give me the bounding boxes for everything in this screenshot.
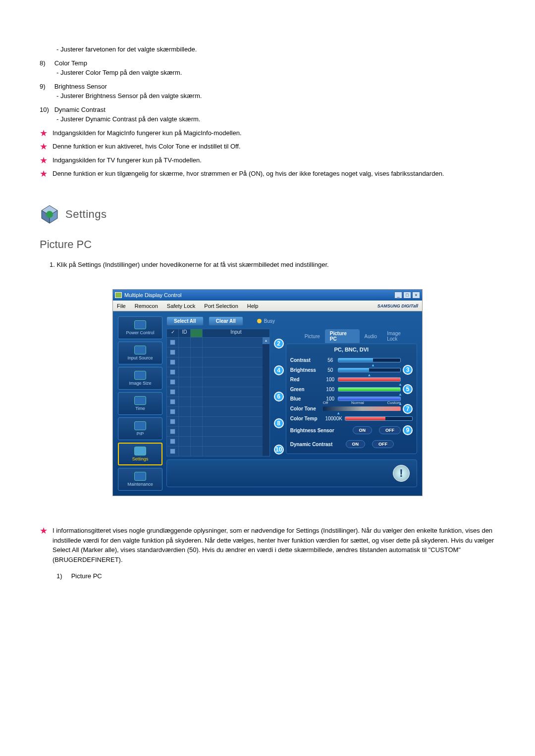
brightness-sensor-on[interactable]: ON: [353, 426, 373, 434]
row-checkbox[interactable]: [170, 399, 175, 404]
row-checkbox[interactable]: [170, 359, 175, 365]
table-row[interactable]: [167, 367, 263, 377]
section-title: Picture PC: [40, 238, 495, 251]
list-item-10: 10) Dynamic Contrast - Justerer Dynamic …: [40, 105, 495, 124]
menu-port-selection[interactable]: Port Selection: [204, 303, 238, 309]
table-row[interactable]: [167, 347, 263, 357]
dynamic-contrast-label: Dynamic Contrast: [290, 442, 339, 447]
note-1: ★Indgangskilden for MagicInfo fungerer k…: [40, 128, 495, 139]
nav-time[interactable]: Time: [118, 392, 162, 415]
tab-picture-pc[interactable]: Picture PC: [325, 329, 360, 343]
panel-title: PC, BNC, DVI: [290, 347, 413, 353]
tab-audio[interactable]: Audio: [360, 332, 382, 341]
settings-cube-icon: [40, 204, 59, 224]
bottom-note: ★ I informationsgitteret vises nogle gru…: [40, 526, 495, 564]
menu-remocon[interactable]: Remocon: [135, 303, 158, 309]
footer-bar: !: [166, 459, 417, 487]
row-checkbox[interactable]: [170, 419, 175, 424]
dynamic-contrast-on[interactable]: ON: [346, 440, 366, 448]
slider-label: Brightness: [290, 367, 323, 373]
table-row[interactable]: [167, 446, 263, 456]
select-all-button[interactable]: Select All: [166, 316, 204, 326]
brightness-sensor-off[interactable]: OFF: [379, 426, 401, 434]
row-checkbox[interactable]: [170, 429, 175, 434]
table-row[interactable]: [167, 357, 263, 367]
slider[interactable]: ▲: [338, 368, 401, 372]
color-tone-label: Color Tone: [290, 406, 323, 411]
nav-power-control[interactable]: Power Control: [118, 316, 162, 339]
list-num: 1): [56, 571, 69, 581]
left-nav: Power Control Input Source Image Size Ti…: [118, 316, 162, 491]
app-title: Multiple Display Control: [124, 292, 182, 298]
list-desc: - Justerer Dynamic Contrast på den valgt…: [56, 114, 495, 124]
list-desc: - Justerer Brightness Sensor på den valg…: [56, 91, 495, 101]
close-button[interactable]: ×: [412, 292, 420, 299]
scroll-up-icon[interactable]: ▴: [263, 337, 269, 344]
callout-8: 8: [274, 418, 284, 428]
row-checkbox[interactable]: [170, 379, 175, 385]
col-check: ✓: [167, 329, 179, 337]
brightness-sensor-label: Brightness Sensor: [290, 428, 346, 433]
row-checkbox[interactable]: [170, 340, 175, 345]
star-icon: ★: [40, 155, 48, 166]
list-desc: - Justerer Color Temp på den valgte skær…: [56, 68, 495, 78]
scrollbar[interactable]: ▴: [263, 337, 269, 456]
row-checkbox[interactable]: [170, 350, 175, 355]
table-row[interactable]: [167, 416, 263, 426]
app-icon: [115, 292, 122, 298]
table-row[interactable]: [167, 426, 263, 436]
nav-pip[interactable]: PIP: [118, 417, 162, 440]
minimize-button[interactable]: _: [394, 292, 402, 299]
color-temp-slider[interactable]: [345, 416, 413, 421]
table-row[interactable]: [167, 387, 263, 397]
clear-all-button[interactable]: Clear All: [209, 316, 243, 326]
slider[interactable]: ▲: [338, 377, 401, 382]
table-row[interactable]: [167, 397, 263, 406]
list-item-9: 9) Brightness Sensor - Justerer Brightne…: [40, 82, 495, 101]
menu-safety-lock[interactable]: Safety Lock: [167, 303, 195, 309]
table-row[interactable]: [167, 337, 263, 347]
settings-header: Settings: [40, 204, 495, 224]
slider-value: 56: [323, 357, 338, 363]
brand-label: SAMSUNG DIGITall: [377, 303, 418, 308]
note-4: ★Denne funktion er kun tilgængelig for s…: [40, 169, 495, 180]
nav-maintenance[interactable]: Maintenance: [118, 468, 162, 491]
busy-indicator: Busy: [257, 318, 275, 324]
row-checkbox[interactable]: [170, 369, 175, 375]
busy-dot-icon: [257, 319, 262, 323]
list-title: Brightness Sensor: [54, 83, 107, 90]
tab-picture[interactable]: Picture: [300, 332, 325, 341]
callout-6: 6: [274, 392, 284, 402]
row-checkbox[interactable]: [170, 449, 175, 454]
maximize-button[interactable]: □: [403, 292, 411, 299]
slider-label: Green: [290, 387, 323, 392]
slider[interactable]: ▲: [338, 358, 401, 362]
list-title: Dynamic Contrast: [54, 106, 106, 113]
table-row[interactable]: [167, 406, 263, 416]
nav-image-size[interactable]: Image Size: [118, 367, 162, 390]
table-row[interactable]: [167, 436, 263, 446]
menu-file[interactable]: File: [117, 303, 126, 309]
slider-label: Blue: [290, 396, 323, 402]
callout-5: 5: [403, 384, 413, 394]
menu-help[interactable]: Help: [247, 303, 259, 309]
col-status: [191, 329, 203, 337]
nav-settings[interactable]: Settings: [118, 443, 162, 465]
table-row[interactable]: [167, 377, 263, 387]
slider-label: Contrast: [290, 357, 323, 363]
row-checkbox[interactable]: [170, 409, 175, 414]
dynamic-contrast-off[interactable]: OFF: [372, 440, 394, 448]
color-tone-slider[interactable]: OffNormalCustom ▲: [323, 406, 401, 411]
color-temp-label: Color Temp: [290, 416, 323, 421]
row-checkbox[interactable]: [170, 439, 175, 444]
star-icon: ★: [40, 142, 48, 152]
callout-2: 2: [274, 339, 284, 349]
nav-input-source[interactable]: Input Source: [118, 342, 162, 364]
col-id: ID: [179, 329, 191, 337]
callout-3: 3: [403, 365, 413, 375]
note-2: ★Denne funktion er kun aktiveret, hvis C…: [40, 142, 495, 152]
slider[interactable]: ▲: [338, 387, 401, 392]
row-checkbox[interactable]: [170, 389, 175, 395]
tab-image-lock[interactable]: Image Lock: [382, 329, 417, 343]
maintenance-icon: [134, 472, 146, 481]
